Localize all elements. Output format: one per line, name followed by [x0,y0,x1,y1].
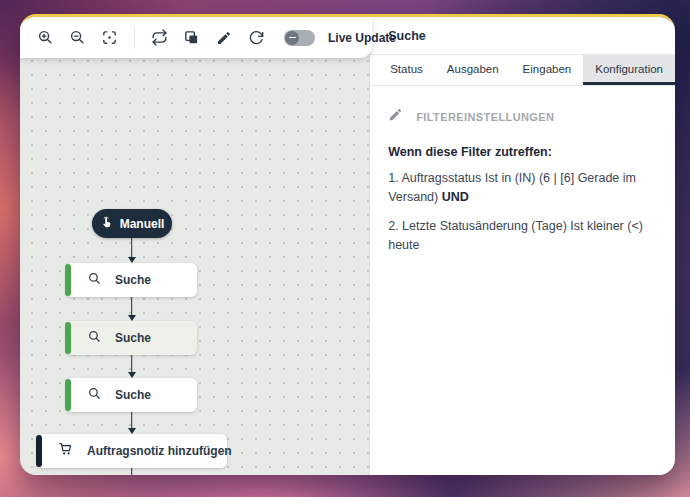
tab-konfiguration[interactable]: Konfiguration [583,55,675,85]
toolbar-divider [134,27,135,49]
node-auftragsnotiz[interactable]: Auftragsnotiz hinzufügen [37,434,227,468]
panel-tabs: Status Ausgaben Eingaben Konfiguration [370,55,675,86]
repeat-icon [151,29,168,46]
live-update-toggle[interactable] [284,30,315,46]
panel-content: FILTEREINSTELLUNGEN Wenn diese Filter zu… [370,86,675,265]
hand-tap-icon [100,215,114,233]
filter-rule-operator: UND [442,190,469,204]
connector-arrow [127,412,137,434]
config-panel: Suche Status Ausgaben Eingaben Konfigura… [369,17,675,475]
connector-arrow [127,297,137,321]
node-trigger-manuell[interactable]: Manuell [92,209,172,238]
filter-rule-text: 1. Auftragsstatus Ist in (IN) (6 | [6] G… [388,171,636,204]
zoom-out-button[interactable] [64,24,91,51]
workflow-canvas[interactable]: Live Update Manuell Suche [20,17,369,475]
node-suche-2-selected[interactable]: Suche [66,321,197,355]
filter-rule-text: 2. Letzte Statusänderung (Tage) Ist klei… [388,219,643,252]
search-icon [87,271,102,290]
node-label: Manuell [120,217,165,231]
panel-header: Suche [370,17,675,55]
node-label: Auftragsnotiz hinzufügen [87,444,232,458]
zoom-in-button[interactable] [32,24,59,51]
refresh-icon [248,30,264,46]
node-label: Suche [115,331,151,345]
filter-rule-2: 2. Letzte Statusänderung (Tage) Ist klei… [388,217,657,256]
zoom-out-icon [69,29,86,46]
pencil-icon [388,107,403,126]
edit-button[interactable] [210,24,237,51]
tab-status[interactable]: Status [378,55,435,85]
connector-line [127,468,137,475]
canvas-toolbar: Live Update [20,17,372,58]
connector-arrow [127,238,137,263]
node-accent-bar [65,322,71,354]
node-accent-bar [65,264,71,296]
tab-eingaben[interactable]: Eingaben [511,55,584,85]
node-accent-bar [36,435,42,467]
node-suche-1[interactable]: Suche [66,263,197,297]
node-suche-3[interactable]: Suche [66,378,197,412]
pencil-icon [216,30,232,46]
zoom-in-icon [37,29,54,46]
filter-section-title: FILTEREINSTELLUNGEN [416,111,554,123]
workflow-editor-window: Live Update Manuell Suche [20,14,675,475]
live-update-label: Live Update [328,31,396,45]
cart-icon [58,441,74,461]
toggle-knob [285,31,299,45]
search-icon [87,329,102,348]
node-label: Suche [115,273,151,287]
repeat-button[interactable] [146,24,173,51]
node-label: Suche [115,388,151,402]
filter-intro: Wenn diese Filter zutreffen: [388,145,657,159]
connector-arrow [127,355,137,378]
node-accent-bar [65,379,71,411]
filter-rule-1: 1. Auftragsstatus Ist in (IN) (6 | [6] G… [388,169,657,208]
copy-icon [183,29,200,46]
search-icon [87,386,102,405]
filter-section-header: FILTEREINSTELLUNGEN [388,107,657,126]
fit-view-icon [101,29,118,46]
tab-ausgaben[interactable]: Ausgaben [435,55,511,85]
copy-button[interactable] [178,24,205,51]
refresh-button[interactable] [242,24,269,51]
fit-view-button[interactable] [96,24,123,51]
